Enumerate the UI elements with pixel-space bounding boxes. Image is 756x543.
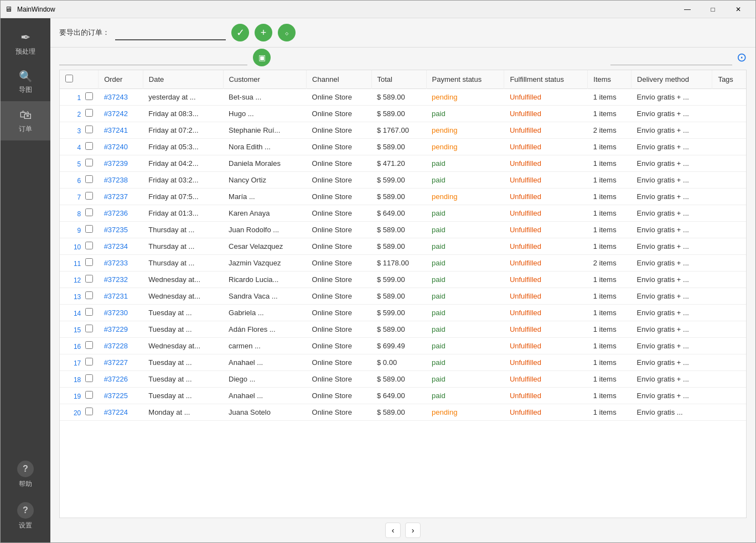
order-cell[interactable]: #37236 xyxy=(99,205,143,222)
col-customer[interactable]: Customer xyxy=(223,70,307,89)
table-row[interactable]: 7 #37237 Friday at 07:5... María ... Onl… xyxy=(60,189,746,205)
order-link[interactable]: #37240 xyxy=(104,143,128,151)
order-cell[interactable]: #37224 xyxy=(99,404,143,421)
row-checkbox[interactable] xyxy=(85,109,93,117)
filter-input[interactable] xyxy=(59,50,247,65)
minimize-button[interactable]: — xyxy=(675,1,700,18)
table-row[interactable]: 20 #37224 Monday at ... Juana Sotelo Onl… xyxy=(60,404,746,421)
col-tags[interactable]: Tags xyxy=(712,70,746,89)
table-row[interactable]: 16 #37228 Wednesday at... carmen ... Onl… xyxy=(60,338,746,354)
sidebar-item-guide[interactable]: 🔍 导图 xyxy=(1,63,50,101)
table-row[interactable]: 15 #37229 Tuesday at ... Adán Flores ...… xyxy=(60,321,746,338)
table-row[interactable]: 2 #37242 Friday at 08:3... Hugo ... Onli… xyxy=(60,106,746,122)
row-checkbox[interactable] xyxy=(85,225,93,233)
search-button[interactable]: ⊙ xyxy=(737,50,747,65)
table-row[interactable]: 3 #37241 Friday at 07:2... Stephanie Ruí… xyxy=(60,122,746,139)
doc-button[interactable]: ▣ xyxy=(253,49,271,66)
col-fulfillment[interactable]: Fulfillment status xyxy=(504,70,588,89)
row-checkbox[interactable] xyxy=(85,358,93,366)
col-date[interactable]: Date xyxy=(143,70,223,89)
order-link[interactable]: #37241 xyxy=(104,126,128,134)
order-link[interactable]: #37224 xyxy=(104,408,128,416)
order-cell[interactable]: #37239 xyxy=(99,155,143,172)
order-cell[interactable]: #37241 xyxy=(99,122,143,139)
row-checkbox[interactable] xyxy=(85,208,93,216)
table-row[interactable]: 18 #37226 Tuesday at ... Diego ... Onlin… xyxy=(60,371,746,388)
order-cell[interactable]: #37227 xyxy=(99,354,143,371)
row-checkbox[interactable] xyxy=(85,175,93,183)
add-button[interactable]: + xyxy=(255,24,272,41)
select-all-checkbox[interactable] xyxy=(65,75,73,82)
order-link[interactable]: #37228 xyxy=(104,342,128,350)
table-row[interactable]: 13 #37231 Wednesday at... Sandra Vaca ..… xyxy=(60,288,746,305)
order-cell[interactable]: #37235 xyxy=(99,222,143,238)
order-link[interactable]: #37233 xyxy=(104,259,128,267)
row-checkbox[interactable] xyxy=(85,126,93,133)
order-link[interactable]: #37230 xyxy=(104,309,128,317)
col-items[interactable]: Items xyxy=(588,70,631,89)
row-checkbox[interactable] xyxy=(85,192,93,200)
col-delivery[interactable]: Delivery method xyxy=(631,70,712,89)
order-cell[interactable]: #37230 xyxy=(99,305,143,321)
check-button[interactable]: ✓ xyxy=(231,24,249,41)
prev-page-button[interactable]: ‹ xyxy=(385,523,401,538)
order-cell[interactable]: #37233 xyxy=(99,255,143,272)
col-order[interactable]: Order xyxy=(99,70,143,89)
row-checkbox[interactable] xyxy=(85,408,93,415)
table-row[interactable]: 17 #37227 Tuesday at ... Anahael ... Onl… xyxy=(60,354,746,371)
sidebar-item-help[interactable]: ? 帮助 xyxy=(15,454,36,495)
order-cell[interactable]: #37225 xyxy=(99,388,143,404)
order-link[interactable]: #37239 xyxy=(104,159,128,168)
export-input[interactable] xyxy=(115,25,226,40)
sidebar-item-preprocess[interactable]: ✒ 预处理 xyxy=(1,24,50,63)
col-payment[interactable]: Payment status xyxy=(426,70,504,89)
order-link[interactable]: #37238 xyxy=(104,176,128,184)
row-checkbox[interactable] xyxy=(85,242,93,249)
row-checkbox[interactable] xyxy=(85,275,93,283)
order-cell[interactable]: #37229 xyxy=(99,321,143,338)
table-row[interactable]: 10 #37234 Thursday at ... Cesar Velazque… xyxy=(60,238,746,255)
order-link[interactable]: #37235 xyxy=(104,226,128,234)
row-checkbox[interactable] xyxy=(85,142,93,150)
order-link[interactable]: #37225 xyxy=(104,391,128,400)
table-row[interactable]: 1 #37243 yesterday at ... Bet-sua ... On… xyxy=(60,89,746,106)
order-link[interactable]: #37236 xyxy=(104,209,128,217)
order-link[interactable]: #37234 xyxy=(104,242,128,250)
order-cell[interactable]: #37232 xyxy=(99,272,143,288)
table-row[interactable]: 14 #37230 Tuesday at ... Gabriela ... On… xyxy=(60,305,746,321)
sidebar-item-orders[interactable]: 🛍 订单 xyxy=(1,101,50,140)
sidebar-item-settings[interactable]: ? 设置 xyxy=(15,495,36,537)
search-input[interactable] xyxy=(610,50,732,65)
order-link[interactable]: #37242 xyxy=(104,109,128,118)
order-cell[interactable]: #37228 xyxy=(99,338,143,354)
table-row[interactable]: 19 #37225 Tuesday at ... Anahael ... Onl… xyxy=(60,388,746,404)
order-cell[interactable]: #37240 xyxy=(99,139,143,155)
order-link[interactable]: #37231 xyxy=(104,292,128,300)
table-row[interactable]: 12 #37232 Wednesday at... Ricardo Lucia.… xyxy=(60,272,746,288)
row-checkbox[interactable] xyxy=(85,341,93,349)
maximize-button[interactable]: □ xyxy=(700,1,726,18)
row-checkbox[interactable] xyxy=(85,325,93,332)
order-link[interactable]: #37229 xyxy=(104,325,128,333)
order-cell[interactable]: #37243 xyxy=(99,89,143,106)
row-checkbox[interactable] xyxy=(85,308,93,316)
table-row[interactable]: 5 #37239 Friday at 04:2... Daniela Moral… xyxy=(60,155,746,172)
col-channel[interactable]: Channel xyxy=(307,70,371,89)
order-cell[interactable]: #37242 xyxy=(99,106,143,122)
order-cell[interactable]: #37234 xyxy=(99,238,143,255)
order-cell[interactable]: #37238 xyxy=(99,172,143,189)
table-row[interactable]: 8 #37236 Friday at 01:3... Karen Anaya O… xyxy=(60,205,746,222)
order-cell[interactable]: #37231 xyxy=(99,288,143,305)
row-checkbox[interactable] xyxy=(85,258,93,266)
row-checkbox[interactable] xyxy=(85,291,93,299)
row-checkbox[interactable] xyxy=(85,391,93,399)
order-cell[interactable]: #37226 xyxy=(99,371,143,388)
table-row[interactable]: 4 #37240 Friday at 05:3... Nora Edith ..… xyxy=(60,139,746,155)
next-page-button[interactable]: › xyxy=(405,523,421,538)
table-row[interactable]: 11 #37233 Thursday at ... Jazmin Vazquez… xyxy=(60,255,746,272)
row-checkbox[interactable] xyxy=(85,159,93,166)
order-link[interactable]: #37226 xyxy=(104,375,128,383)
order-cell[interactable]: #37237 xyxy=(99,189,143,205)
table-row[interactable]: 6 #37238 Friday at 03:2... Nancy Ortiz O… xyxy=(60,172,746,189)
order-link[interactable]: #37227 xyxy=(104,358,128,367)
